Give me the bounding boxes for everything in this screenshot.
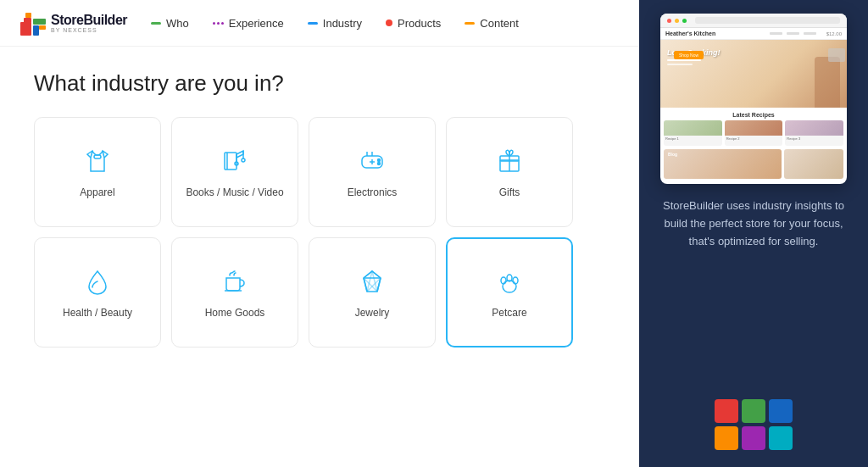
- color-square-purple: [742, 426, 765, 450]
- nav-indicator-products: [386, 19, 392, 26]
- mock-hero-text: Love Cooking! Shop Now: [667, 48, 721, 68]
- svg-rect-3: [33, 19, 46, 25]
- nav-indicator-content: [465, 22, 475, 25]
- nav-item-who[interactable]: Who: [151, 17, 189, 30]
- color-square-green: [742, 399, 765, 423]
- logo[interactable]: StoreBuilder BY NEXCESS: [20, 10, 127, 36]
- mock-card-text: Recipe 1: [664, 136, 722, 142]
- color-square-teal: [769, 426, 793, 450]
- industry-card-apparel[interactable]: Apparel: [34, 117, 161, 227]
- nav-item-products[interactable]: Products: [386, 17, 441, 30]
- mock-card-img: [664, 120, 722, 136]
- svg-rect-5: [25, 13, 31, 18]
- industry-card-books[interactable]: Books / Music / Video: [171, 117, 298, 227]
- logo-text: StoreBuilder BY NEXCESS: [51, 14, 127, 33]
- mock-recipe-card: Recipe 2: [725, 120, 783, 146]
- right-panel: Heather's Kitchen $12.00 Love Cooking! S…: [639, 0, 868, 467]
- industry-grid: Apparel Books / Music / Video: [34, 117, 605, 467]
- apparel-label: Apparel: [80, 186, 114, 200]
- mock-section-title: Latest Recipes: [660, 108, 847, 120]
- mock-hero-line: [667, 59, 701, 61]
- nav: Who Experience Industry Products: [151, 17, 519, 30]
- mock-url-bar: [695, 17, 840, 24]
- books-label: Books / Music / Video: [186, 186, 283, 200]
- nav-label-who: Who: [166, 17, 189, 30]
- health-label: Health / Beauty: [63, 307, 132, 320]
- svg-point-34: [503, 281, 516, 292]
- nav-item-industry[interactable]: Industry: [308, 17, 362, 30]
- paw-icon: [492, 264, 526, 298]
- color-square-red: [715, 399, 738, 423]
- nav-label-products: Products: [398, 17, 441, 30]
- mock-dot-green: [682, 19, 687, 23]
- mock-browser-bar: [660, 14, 847, 28]
- mock-browser: Heather's Kitchen $12.00 Love Cooking! S…: [660, 14, 847, 184]
- gift-icon: [492, 144, 526, 178]
- mock-hero: Love Cooking! Shop Now: [660, 40, 847, 108]
- nav-label-content: Content: [480, 17, 519, 30]
- gem-icon: [355, 264, 389, 298]
- svg-point-14: [242, 158, 245, 162]
- coffee-icon: [218, 264, 252, 298]
- industry-card-gifts[interactable]: Gifts: [446, 117, 573, 227]
- header: StoreBuilder BY NEXCESS Who Experience: [0, 0, 639, 47]
- color-square-blue: [769, 399, 793, 423]
- mock-nav-link: [787, 32, 799, 35]
- industry-card-health[interactable]: Health / Beauty: [34, 237, 161, 347]
- mock-nav-links: [770, 32, 816, 35]
- gamepad-icon: [355, 144, 389, 178]
- mock-hero-person: [815, 57, 840, 108]
- industry-card-electronics[interactable]: Electronics: [309, 117, 436, 227]
- mock-nav: Heather's Kitchen $12.00: [660, 28, 847, 40]
- mock-card-img: [785, 120, 843, 136]
- nav-indicator-experience: [213, 22, 224, 25]
- industry-card-home-goods[interactable]: Home Goods: [171, 237, 298, 347]
- bottom-squares: [715, 399, 793, 450]
- nav-item-experience[interactable]: Experience: [213, 17, 284, 30]
- industry-card-jewelry[interactable]: Jewelry: [309, 237, 436, 347]
- mock-recipe-card: Recipe 3: [785, 120, 843, 146]
- brand-tagline: BY NEXCESS: [51, 27, 127, 33]
- nav-item-content[interactable]: Content: [465, 17, 519, 30]
- brand-name: StoreBuilder: [51, 14, 127, 27]
- electronics-label: Electronics: [348, 186, 398, 200]
- page-title: What industry are you in?: [34, 70, 605, 97]
- mock-nav-link: [804, 32, 816, 35]
- svg-rect-2: [33, 25, 39, 36]
- color-square-orange: [715, 426, 738, 450]
- logo-icon: [20, 10, 46, 36]
- gifts-label: Gifts: [499, 186, 520, 200]
- mock-nav-link: [770, 32, 782, 35]
- mock-page: Heather's Kitchen $12.00 Love Cooking! S…: [660, 28, 847, 184]
- nav-indicator-industry: [308, 22, 318, 25]
- droplet-icon: [81, 264, 114, 298]
- mock-side-card: [784, 149, 843, 179]
- mock-dot-red: [667, 19, 671, 23]
- right-description: StoreBuilder uses industry insights to b…: [653, 197, 854, 250]
- petcare-label: Petcare: [492, 307, 526, 320]
- home-goods-label: Home Goods: [205, 307, 265, 320]
- mock-site-title: Heather's Kitchen: [665, 31, 715, 36]
- mock-recipe-cards: Recipe 1 Recipe 2 Recipe 3: [660, 120, 847, 149]
- svg-rect-4: [39, 25, 46, 30]
- mock-featured-text: Blog: [668, 152, 677, 157]
- svg-point-19: [378, 163, 381, 165]
- svg-rect-8: [94, 155, 101, 158]
- mock-card-text: Recipe 2: [725, 136, 783, 142]
- mock-price: $12.00: [826, 31, 842, 36]
- mock-hero-appliance: [828, 48, 845, 62]
- svg-rect-0: [20, 22, 31, 36]
- mock-dot-yellow: [675, 19, 679, 23]
- main-content: What industry are you in? Apparel: [0, 47, 639, 467]
- mock-hero-line2: [667, 64, 693, 65]
- nav-label-industry: Industry: [323, 17, 362, 30]
- book-music-icon: [218, 144, 252, 178]
- left-panel: StoreBuilder BY NEXCESS Who Experience: [0, 0, 639, 467]
- industry-card-petcare[interactable]: Petcare: [446, 237, 573, 347]
- mock-recipe-card: Recipe 1: [664, 120, 722, 146]
- mock-featured-card: Blog: [664, 149, 782, 179]
- mock-card-text: Recipe 3: [785, 136, 843, 142]
- nav-indicator-who: [151, 22, 161, 25]
- nav-label-experience: Experience: [229, 17, 284, 30]
- shirt-icon: [81, 144, 114, 178]
